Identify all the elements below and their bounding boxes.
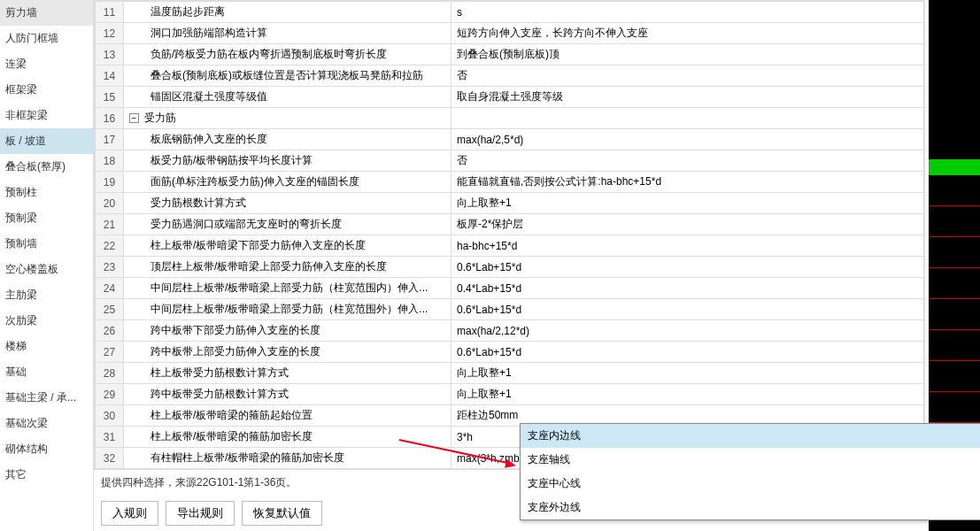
rule-value-cell[interactable]: 能直锚就直锚,否则按公式计算:ha-bhc+15*d bbox=[451, 172, 924, 193]
rule-value-cell[interactable]: max(ha/2,5*d) bbox=[451, 129, 924, 150]
rule-name-cell[interactable]: 中间层柱上板带/板带暗梁上部受力筋（柱宽范围内）伸入... bbox=[124, 278, 451, 299]
sidebar-item[interactable]: 人防门框墙 bbox=[0, 26, 93, 51]
sidebar-item[interactable]: 楼梯 bbox=[0, 334, 93, 359]
table-row[interactable]: 23顶层柱上板带/板带暗梁上部受力筋伸入支座的长度0.6*Lab+15*d bbox=[96, 257, 924, 278]
table-row[interactable]: 16−受力筋 bbox=[96, 108, 924, 129]
sidebar-item[interactable]: 基础次梁 bbox=[0, 411, 93, 436]
sidebar-item[interactable]: 预制梁 bbox=[0, 205, 93, 231]
rule-name-cell[interactable]: 跨中板带上部受力筋伸入支座的长度 bbox=[124, 342, 451, 363]
row-number[interactable]: 15 bbox=[96, 87, 124, 108]
rule-value-cell[interactable]: 0.6*Lab+15*d bbox=[451, 342, 924, 363]
rule-value-cell[interactable]: 向上取整+1 bbox=[451, 193, 924, 214]
sidebar-item[interactable]: 基础主梁 / 承... bbox=[0, 385, 93, 411]
rule-name-cell[interactable]: 受力筋根数计算方式 bbox=[124, 193, 451, 214]
row-number[interactable]: 18 bbox=[96, 150, 124, 172]
table-row[interactable]: 12洞口加强筋端部构造计算短跨方向伸入支座，长跨方向不伸入支座 bbox=[96, 23, 924, 44]
rules-table-wrap[interactable]: 11温度筋起步距离s12洞口加强筋端部构造计算短跨方向伸入支座，长跨方向不伸入支… bbox=[94, 0, 925, 470]
row-number[interactable]: 24 bbox=[96, 278, 124, 299]
sidebar-item[interactable]: 其它 bbox=[0, 462, 93, 488]
dropdown-option[interactable]: 支座内边线 bbox=[521, 424, 980, 448]
sidebar-item[interactable]: 预制柱 bbox=[0, 180, 93, 205]
row-number[interactable]: 13 bbox=[96, 44, 124, 65]
row-number[interactable]: 25 bbox=[96, 299, 124, 320]
table-row[interactable]: 24中间层柱上板带/板带暗梁上部受力筋（柱宽范围内）伸入...0.4*Lab+1… bbox=[96, 278, 924, 299]
rule-name-cell[interactable]: 负筋/跨板受力筋在板内弯折遇预制底板时弯折长度 bbox=[124, 44, 451, 65]
sidebar-item[interactable]: 板 / 坡道 bbox=[0, 128, 93, 154]
row-number[interactable]: 17 bbox=[96, 129, 124, 150]
rule-value-cell[interactable]: 取自身混凝土强度等级 bbox=[451, 87, 924, 108]
export-rules-button[interactable]: 导出规则 bbox=[166, 501, 235, 526]
sidebar-item[interactable]: 框架梁 bbox=[0, 77, 93, 103]
dropdown-option[interactable]: 支座轴线 bbox=[521, 448, 980, 472]
rule-name-cell[interactable]: 柱上板带/板带暗梁的箍筋起始位置 bbox=[124, 405, 451, 427]
sidebar-item[interactable]: 空心楼盖板 bbox=[0, 257, 93, 282]
table-row[interactable]: 22柱上板带/板带暗梁下部受力筋伸入支座的长度ha-bhc+15*d bbox=[96, 235, 924, 257]
rule-value-cell[interactable]: 0.6*Lab+15*d bbox=[451, 299, 924, 320]
rule-value-cell[interactable]: s bbox=[451, 2, 924, 23]
table-row[interactable]: 27跨中板带上部受力筋伸入支座的长度0.6*Lab+15*d bbox=[96, 342, 924, 363]
rule-value-cell[interactable] bbox=[451, 108, 924, 129]
table-row[interactable]: 25中间层柱上板带/板带暗梁上部受力筋（柱宽范围外）伸入...0.6*Lab+1… bbox=[96, 299, 924, 320]
row-number[interactable]: 29 bbox=[96, 384, 124, 405]
table-row[interactable]: 21受力筋遇洞口或端部无支座时的弯折长度板厚-2*保护层 bbox=[96, 214, 924, 235]
rule-value-cell[interactable]: 向上取整+1 bbox=[451, 363, 924, 384]
row-number[interactable]: 32 bbox=[96, 448, 124, 469]
row-number[interactable]: 31 bbox=[96, 427, 124, 448]
rule-name-cell[interactable]: 面筋(单标注跨板受力筋)伸入支座的锚固长度 bbox=[124, 172, 451, 193]
rule-name-cell[interactable]: 顶层柱上板带/板带暗梁上部受力筋伸入支座的长度 bbox=[124, 257, 451, 278]
row-number[interactable]: 14 bbox=[96, 65, 124, 87]
rule-value-cell[interactable]: 板厚-2*保护层 bbox=[451, 214, 924, 235]
sidebar-item[interactable]: 叠合板(整厚) bbox=[0, 154, 93, 180]
rule-name-cell[interactable]: 锚固区混凝土强度等级值 bbox=[124, 87, 451, 108]
row-number[interactable]: 26 bbox=[96, 320, 124, 342]
sidebar-item[interactable]: 次肋梁 bbox=[0, 308, 93, 334]
import-rules-button[interactable]: 入规则 bbox=[101, 501, 158, 526]
row-number[interactable]: 22 bbox=[96, 235, 124, 257]
rule-value-cell[interactable]: 否 bbox=[451, 65, 924, 87]
sidebar-item[interactable]: 预制墙 bbox=[0, 231, 93, 257]
rule-value-cell[interactable]: 0.6*Lab+15*d bbox=[451, 257, 924, 278]
table-row[interactable]: 19面筋(单标注跨板受力筋)伸入支座的锚固长度能直锚就直锚,否则按公式计算:ha… bbox=[96, 172, 924, 193]
sidebar-item[interactable]: 连梁 bbox=[0, 51, 93, 77]
rule-value-cell[interactable]: 向上取整+1 bbox=[451, 384, 924, 405]
rule-value-cell[interactable]: 0.4*Lab+15*d bbox=[451, 278, 924, 299]
table-row[interactable]: 28柱上板带受力筋根数计算方式向上取整+1 bbox=[96, 363, 924, 384]
row-number[interactable]: 21 bbox=[96, 214, 124, 235]
rule-name-cell[interactable]: 板受力筋/板带钢筋按平均长度计算 bbox=[124, 150, 451, 172]
sidebar-item[interactable]: 剪力墙 bbox=[0, 0, 93, 26]
table-row[interactable]: 15锚固区混凝土强度等级值取自身混凝土强度等级 bbox=[96, 87, 924, 108]
row-number[interactable]: 23 bbox=[96, 257, 124, 278]
row-number[interactable]: 27 bbox=[96, 342, 124, 363]
row-number[interactable]: 12 bbox=[96, 23, 124, 44]
rule-name-cell[interactable]: 洞口加强筋端部构造计算 bbox=[124, 23, 451, 44]
rule-name-cell[interactable]: 柱上板带/板带暗梁下部受力筋伸入支座的长度 bbox=[124, 235, 451, 257]
rule-name-cell[interactable]: 柱上板带受力筋根数计算方式 bbox=[124, 363, 451, 384]
sidebar-item[interactable]: 非框架梁 bbox=[0, 103, 93, 128]
rule-name-cell[interactable]: 跨中板带受力筋根数计算方式 bbox=[124, 384, 451, 405]
sidebar-item[interactable]: 砌体结构 bbox=[0, 436, 93, 462]
collapse-icon[interactable]: − bbox=[129, 113, 139, 123]
rule-name-cell[interactable]: 温度筋起步距离 bbox=[124, 2, 451, 23]
rule-name-cell[interactable]: −受力筋 bbox=[124, 108, 451, 129]
rule-name-cell[interactable]: 跨中板带下部受力筋伸入支座的长度 bbox=[124, 320, 451, 342]
row-number[interactable]: 28 bbox=[96, 363, 124, 384]
rule-name-cell[interactable]: 受力筋遇洞口或端部无支座时的弯折长度 bbox=[124, 214, 451, 235]
rule-name-cell[interactable]: 柱上板带/板带暗梁的箍筋加密长度 bbox=[124, 427, 451, 448]
row-number[interactable]: 16 bbox=[96, 108, 124, 129]
dropdown-option[interactable]: 支座中心线 bbox=[521, 472, 980, 496]
rule-name-cell[interactable]: 叠合板(预制底板)或板缝位置是否计算现浇板马凳筋和拉筋 bbox=[124, 65, 451, 87]
rule-name-cell[interactable]: 中间层柱上板带/板带暗梁上部受力筋（柱宽范围外）伸入... bbox=[124, 299, 451, 320]
row-number[interactable]: 20 bbox=[96, 193, 124, 214]
value-dropdown-popup[interactable]: 支座内边线支座轴线支座中心线支座外边线 bbox=[520, 423, 980, 520]
row-number[interactable]: 30 bbox=[96, 405, 124, 427]
sidebar-item[interactable]: 主肋梁 bbox=[0, 282, 93, 308]
restore-defaults-button[interactable]: 恢复默认值 bbox=[242, 501, 322, 526]
table-row[interactable]: 17板底钢筋伸入支座的长度max(ha/2,5*d) bbox=[96, 129, 924, 150]
rule-value-cell[interactable]: ha-bhc+15*d bbox=[451, 235, 924, 257]
sidebar-item[interactable]: 基础 bbox=[0, 359, 93, 385]
row-number[interactable]: 19 bbox=[96, 172, 124, 193]
table-row[interactable]: 13负筋/跨板受力筋在板内弯折遇预制底板时弯折长度到叠合板(预制底板)顶 bbox=[96, 44, 924, 65]
table-row[interactable]: 18板受力筋/板带钢筋按平均长度计算否 bbox=[96, 150, 924, 172]
dropdown-option[interactable]: 支座外边线 bbox=[521, 496, 980, 519]
rule-name-cell[interactable]: 有柱帽柱上板带/板带暗梁的箍筋加密长度 bbox=[124, 448, 451, 469]
